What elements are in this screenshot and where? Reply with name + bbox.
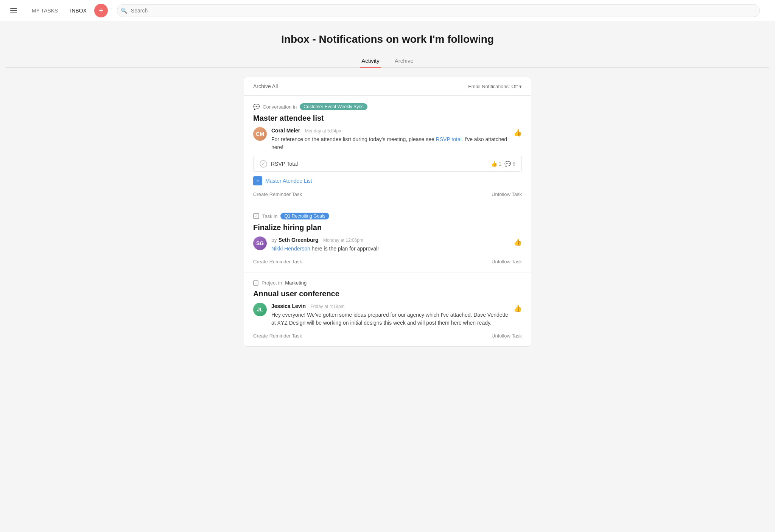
meta-line: 💬 Conversation in Customer Event Weekly … (253, 103, 522, 110)
avatar: JL (253, 303, 267, 316)
like-button[interactable]: 👍 (514, 127, 522, 137)
card-footer: Create Reminder Task Unfollow Task (253, 257, 522, 264)
tab-archive[interactable]: Archive (393, 54, 415, 68)
notification-title: Annual user conference (253, 289, 522, 298)
card-footer: Create Reminder Task Unfollow Task (253, 331, 522, 339)
tab-activity[interactable]: Activity (360, 54, 381, 68)
create-reminder-button[interactable]: Create Reminder Task (253, 259, 302, 264)
project-icon: □ (253, 280, 258, 286)
comment-body: Jessica Levin Friday at 4:19pm Hey every… (271, 303, 509, 327)
create-reminder-button[interactable]: Create Reminder Task (253, 333, 302, 339)
task-checkbox[interactable]: ✓ (260, 160, 267, 168)
inbox-tab[interactable]: INBOX (65, 5, 91, 16)
inbox-header: Archive All Email Notifications: Off ▾ (244, 77, 531, 96)
search-container: 🔍 (117, 4, 760, 17)
task-like-count: 👍 1 (491, 161, 502, 167)
notification-card: 💬 Conversation in Customer Event Weekly … (244, 96, 531, 205)
meta-prefix: Conversation in (263, 104, 297, 110)
comment-time: Monday at 12:06pm (323, 238, 363, 243)
svg-rect-0 (10, 8, 17, 9)
inbox-container: Archive All Email Notifications: Off ▾ 💬… (244, 77, 531, 347)
meta-prefix: Task in (262, 213, 277, 219)
inbox-tabs: Activity Archive (6, 54, 769, 68)
card-footer: Create Reminder Task Unfollow Task (253, 190, 522, 197)
doc-icon: ≡ (253, 176, 262, 185)
comment-text: For reference on the attendee lisrt duri… (271, 135, 509, 151)
svg-rect-2 (10, 12, 17, 13)
meta-line: ✓ Task in Q1 Recruiting Goals (253, 213, 522, 219)
comment-row: SG by Seth Greenburg Monday at 12:06pm N… (253, 236, 522, 253)
comment-text: Hey everyone! We've gotten some ideas pr… (271, 311, 509, 327)
comment-time: Friday at 4:19pm (311, 304, 345, 309)
topbar: MY TASKS INBOX + 🔍 (0, 0, 775, 21)
search-icon: 🔍 (121, 8, 127, 14)
my-tasks-tab[interactable]: MY TASKS (27, 5, 62, 16)
doc-link[interactable]: ≡ Master Atendee List (253, 176, 522, 185)
email-notifications-toggle[interactable]: Email Notifications: Off ▾ (468, 84, 522, 89)
like-button[interactable]: 👍 (514, 236, 522, 246)
meta-prefix: Project in (261, 280, 282, 286)
task-meta: 👍 1 💬 6 (491, 161, 515, 167)
svg-rect-1 (10, 10, 17, 11)
add-button[interactable]: + (94, 4, 108, 17)
comment-author: Seth Greenburg (279, 237, 319, 243)
page-body: Inbox - Notifications on work I'm follow… (0, 21, 775, 359)
comment-link[interactable]: RSVP total. (436, 136, 463, 142)
comment-text: Nikki Henderson here is the plan for app… (271, 245, 509, 253)
page-title: Inbox - Notifications on work I'm follow… (6, 33, 769, 45)
notification-title: Master attendee list (253, 114, 522, 123)
topbar-nav: MY TASKS INBOX (27, 5, 91, 16)
mention-link[interactable]: Nikki Henderson (271, 246, 310, 252)
comment-body: Coral Meier Monday at 5:04pm For referen… (271, 127, 509, 151)
unfollow-task-button[interactable]: Unfollow Task (492, 333, 522, 339)
doc-name: Master Atendee List (265, 178, 312, 184)
menu-icon[interactable] (6, 8, 21, 13)
task-row: ✓ RSVP Total 👍 1 💬 6 (253, 156, 522, 172)
task-left: ✓ RSVP Total (260, 160, 298, 168)
notification-card: □ Project in Marketing Annual user confe… (244, 272, 531, 346)
author-prefix: by (271, 237, 279, 243)
project-name: Marketing (285, 280, 307, 286)
comment-row: JL Jessica Levin Friday at 4:19pm Hey ev… (253, 303, 522, 327)
comment-author: Jessica Levin (271, 303, 306, 309)
notification-card: ✓ Task in Q1 Recruiting Goals Finalize h… (244, 205, 531, 272)
notification-title: Finalize hiring plan (253, 223, 522, 232)
task-icon: ✓ (253, 213, 259, 219)
project-badge[interactable]: Q1 Recruiting Goals (280, 213, 329, 219)
task-name[interactable]: RSVP Total (271, 161, 298, 167)
create-reminder-button[interactable]: Create Reminder Task (253, 191, 302, 197)
like-button[interactable]: 👍 (514, 303, 522, 313)
project-badge[interactable]: Customer Event Weekly Sync (300, 103, 367, 110)
meta-line: □ Project in Marketing (253, 280, 522, 286)
comment-row: CM Coral Meier Monday at 5:04pm For refe… (253, 127, 522, 151)
comment-body: by Seth Greenburg Monday at 12:06pm Nikk… (271, 236, 509, 253)
unfollow-task-button[interactable]: Unfollow Task (492, 259, 522, 264)
archive-all-button[interactable]: Archive All (253, 83, 278, 89)
search-input[interactable] (117, 4, 760, 17)
avatar: SG (253, 236, 267, 250)
comment-time: Monday at 5:04pm (305, 128, 342, 134)
conversation-icon: 💬 (253, 104, 260, 110)
task-comment-count: 💬 6 (504, 161, 515, 167)
unfollow-task-button[interactable]: Unfollow Task (492, 191, 522, 197)
comment-author: Coral Meier (271, 128, 300, 134)
avatar: CM (253, 127, 267, 141)
